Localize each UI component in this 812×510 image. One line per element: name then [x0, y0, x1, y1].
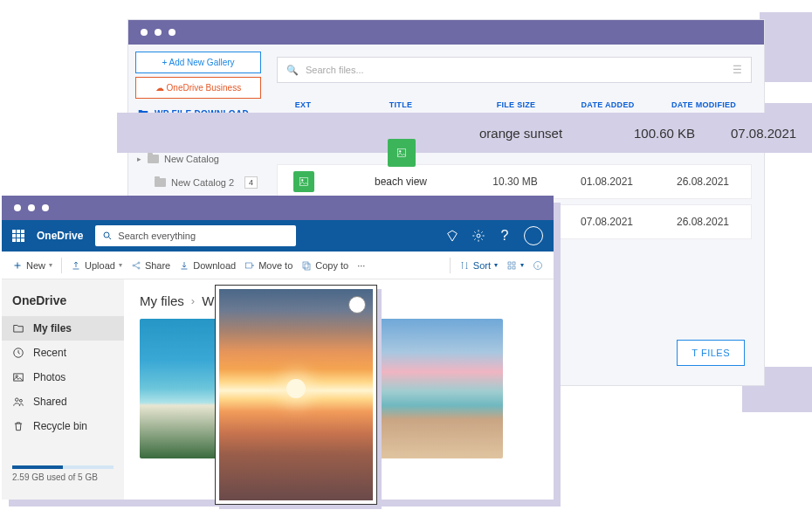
onedrive-business-label: OneDrive Business: [167, 83, 242, 93]
svg-rect-12: [305, 264, 310, 270]
image-ext-icon: [388, 139, 416, 167]
svg-point-22: [19, 399, 22, 402]
svg-rect-11: [303, 262, 308, 268]
svg-rect-10: [246, 263, 252, 268]
move-to-button[interactable]: Move to: [244, 260, 292, 271]
svg-point-4: [399, 150, 401, 152]
svg-point-21: [16, 398, 19, 402]
svg-point-7: [133, 265, 134, 266]
import-files-button[interactable]: T FILES: [677, 340, 745, 366]
svg-rect-16: [513, 266, 515, 269]
table-row-highlighted[interactable]: orange sunset 100.60 KB 07.08.2021 26.08…: [117, 113, 812, 153]
info-button[interactable]: [533, 260, 543, 271]
search-icon: 🔍: [286, 65, 299, 76]
col-title[interactable]: TITLE: [329, 100, 472, 109]
svg-point-6: [477, 234, 480, 238]
window-titlebar: [2, 196, 554, 220]
sidebar-title: OneDrive: [2, 288, 124, 316]
svg-point-1: [301, 179, 303, 181]
download-button[interactable]: Download: [179, 260, 236, 271]
app-launcher-icon[interactable]: [12, 230, 24, 242]
search-placeholder: Search files...: [306, 65, 364, 75]
window-dot: [155, 29, 162, 36]
svg-point-5: [104, 232, 109, 238]
nav-recycle-bin[interactable]: Recycle bin: [2, 414, 124, 438]
sunset-photo: [219, 289, 373, 500]
svg-rect-15: [508, 266, 511, 269]
search-everything-input[interactable]: Search everything: [95, 225, 296, 246]
image-ext-icon: [293, 171, 314, 192]
file-date-added: 07.08.2021: [731, 126, 796, 141]
svg-rect-0: [299, 177, 307, 185]
search-files-input[interactable]: 🔍 Search files... ☰: [277, 57, 752, 83]
window-dot: [42, 204, 49, 211]
svg-rect-3: [397, 148, 405, 156]
avatar[interactable]: [524, 226, 543, 245]
upload-button[interactable]: Upload▾: [71, 260, 122, 271]
chevron-right-icon: ›: [191, 294, 195, 307]
more-button[interactable]: ···: [357, 260, 365, 271]
window-dot: [28, 204, 35, 211]
chevron-down-icon: ▾: [49, 261, 52, 269]
svg-point-9: [138, 267, 140, 269]
svg-rect-14: [513, 262, 515, 265]
col-modified[interactable]: DATE MODIFIED: [656, 100, 752, 109]
col-ext[interactable]: EXT: [277, 100, 329, 109]
nav-photos[interactable]: Photos: [2, 365, 124, 389]
gear-icon[interactable]: [471, 229, 485, 243]
cloud-icon: ☁: [155, 83, 164, 93]
window-titlebar: [128, 20, 764, 45]
diamond-icon[interactable]: [445, 229, 459, 243]
nav-shared[interactable]: Shared: [2, 389, 124, 414]
chevron-down-icon: ▾: [520, 261, 524, 269]
sidebar-item-new-catalog-2[interactable]: New Catalog 2 4: [135, 172, 261, 193]
menu-icon[interactable]: ☰: [733, 64, 742, 76]
nav-my-files[interactable]: My files: [2, 316, 124, 341]
onedrive-header: OneDrive Search everything ?: [2, 220, 554, 252]
view-button[interactable]: ▾: [506, 260, 524, 271]
sort-button[interactable]: Sort▾: [459, 260, 498, 271]
folder-icon: [155, 178, 166, 187]
storage-text: 2.59 GB used of 5 GB: [12, 472, 114, 482]
selection-circle-icon[interactable]: [348, 296, 366, 314]
storage-indicator: 2.59 GB used of 5 GB: [2, 457, 124, 491]
sun-icon: [286, 379, 306, 398]
col-size[interactable]: FILE SIZE: [472, 100, 560, 109]
window-dot: [169, 29, 175, 36]
col-added[interactable]: DATE ADDED: [560, 100, 656, 109]
count-badge: 4: [244, 176, 258, 189]
table-row[interactable]: beach view 10.30 MB 01.08.2021 26.08.202…: [277, 164, 752, 199]
window-dot: [14, 204, 21, 211]
svg-point-8: [138, 262, 140, 264]
onedrive-brand: OneDrive: [37, 230, 83, 242]
add-new-gallery-button[interactable]: + Add New Gallery: [135, 52, 261, 73]
new-button[interactable]: New▾: [12, 260, 52, 271]
breadcrumb-item[interactable]: My files: [140, 293, 184, 308]
chevron-down-icon: ▾: [494, 261, 498, 269]
search-icon: [102, 231, 113, 241]
file-size: 100.60 KB: [634, 126, 695, 141]
caret-icon: ▸: [137, 155, 141, 163]
chevron-down-icon: ▾: [119, 261, 122, 269]
table-header: EXT TITLE FILE SIZE DATE ADDED DATE MODI…: [277, 92, 752, 115]
selected-photo-overlay[interactable]: [215, 285, 377, 505]
onedrive-sidebar: OneDrive My files Recent Photos Shared R…: [2, 279, 124, 500]
copy-to-button[interactable]: Copy to: [301, 260, 348, 271]
svg-rect-13: [508, 262, 511, 265]
window-dot: [141, 29, 148, 36]
onedrive-toolbar: New▾ Upload▾ Share Download Move to Copy…: [2, 252, 554, 279]
file-title: orange sunset: [479, 126, 562, 141]
share-button[interactable]: Share: [131, 260, 170, 271]
help-icon[interactable]: ?: [498, 229, 512, 243]
nav-recent[interactable]: Recent: [2, 341, 124, 365]
onedrive-business-button[interactable]: ☁ OneDrive Business: [135, 77, 261, 99]
folder-icon: [148, 155, 159, 163]
